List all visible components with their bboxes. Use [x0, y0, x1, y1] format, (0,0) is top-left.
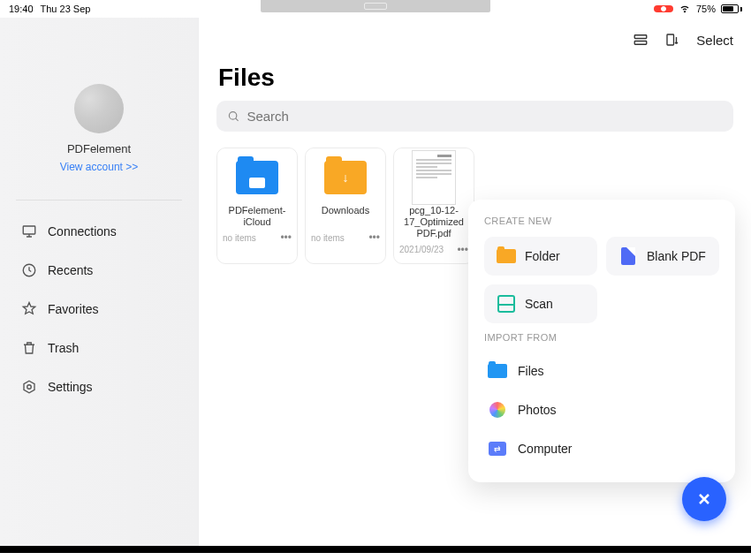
- scan-icon: [497, 295, 516, 313]
- sidebar-item-label: Settings: [48, 380, 93, 394]
- sidebar-item-recents[interactable]: Recents: [16, 254, 182, 287]
- document-icon: [409, 157, 459, 198]
- wifi-icon: [679, 2, 691, 16]
- search-icon: [227, 110, 239, 123]
- letterbox-bottom: [0, 546, 751, 553]
- folder-icon: [497, 247, 516, 265]
- button-label: Folder: [525, 249, 560, 263]
- search-input[interactable]: [247, 109, 723, 124]
- import-computer-button[interactable]: ⇄ Computer: [484, 431, 719, 466]
- sidebar-nav: Connections Recents Favorites Trash: [16, 215, 182, 404]
- folder-icon: ↓: [321, 157, 370, 198]
- status-time: 19:40: [9, 4, 34, 14]
- topbar: Select: [216, 26, 733, 53]
- avatar[interactable]: [74, 84, 124, 133]
- status-date: Thu 23 Sep: [41, 4, 91, 14]
- clock-icon: [21, 262, 37, 278]
- trash-icon: [21, 340, 37, 356]
- sidebar-item-label: Connections: [48, 224, 117, 238]
- sidebar-item-label: Trash: [48, 341, 79, 355]
- more-icon[interactable]: •••: [280, 231, 292, 244]
- more-icon[interactable]: •••: [368, 231, 380, 244]
- item-label: Files: [518, 364, 544, 378]
- file-item-downloads[interactable]: ↓ Downloads no items •••: [305, 148, 386, 264]
- search-bar[interactable]: [216, 101, 733, 132]
- create-new-label: CREATE NEW: [484, 216, 719, 226]
- import-photos-button[interactable]: Photos: [484, 392, 719, 428]
- sidebar-item-connections[interactable]: Connections: [16, 215, 182, 248]
- more-icon[interactable]: •••: [457, 244, 468, 256]
- sidebar: PDFelement View account >> Connections R…: [0, 18, 199, 546]
- create-folder-button[interactable]: Folder: [484, 237, 597, 276]
- sidebar-item-favorites[interactable]: Favorites: [16, 292, 182, 326]
- page-title: Files: [218, 64, 733, 92]
- folder-icon: [488, 362, 507, 380]
- create-scan-button[interactable]: Scan: [484, 284, 597, 323]
- file-name: pcg_10-12-17_Optimized PDF.pdf: [399, 205, 468, 240]
- svg-rect-1: [23, 226, 35, 234]
- file-item-pdfelement-icloud[interactable]: PDFelement-iCloud no items •••: [216, 148, 298, 264]
- battery-icon: [721, 4, 742, 13]
- button-label: Scan: [525, 297, 553, 311]
- profile-section: PDFelement View account >>: [16, 84, 182, 173]
- sidebar-item-label: Recents: [48, 263, 93, 277]
- sort-icon[interactable]: [664, 32, 680, 48]
- select-button[interactable]: Select: [696, 33, 733, 48]
- document-icon: [618, 247, 638, 265]
- computer-icon: ⇄: [488, 440, 507, 458]
- main-content: Select Files PDFelement-iCloud no items …: [199, 18, 751, 546]
- file-name: Downloads: [311, 205, 380, 228]
- svg-point-3: [27, 385, 32, 390]
- star-icon: [21, 301, 37, 317]
- file-meta: no items: [223, 233, 256, 243]
- photos-icon: [488, 401, 507, 419]
- battery-percent: 75%: [696, 4, 716, 14]
- create-blank-pdf-button[interactable]: Blank PDF: [606, 237, 719, 276]
- file-name: PDFelement-iCloud: [223, 205, 292, 228]
- recording-indicator[interactable]: [654, 5, 673, 12]
- create-popup: CREATE NEW Folder Blank PDF Scan IMPORT …: [468, 200, 735, 482]
- divider: [16, 200, 182, 201]
- item-label: Computer: [518, 442, 572, 456]
- button-label: Blank PDF: [647, 249, 706, 263]
- svg-rect-4: [635, 35, 648, 39]
- folder-icon: [232, 157, 282, 198]
- monitor-icon: [21, 223, 37, 239]
- close-icon: [695, 490, 713, 508]
- import-files-button[interactable]: Files: [484, 353, 719, 389]
- import-from-label: IMPORT FROM: [484, 332, 719, 343]
- sidebar-item-trash[interactable]: Trash: [16, 331, 182, 365]
- view-list-icon[interactable]: [633, 32, 649, 48]
- gear-icon: [21, 379, 37, 395]
- app-name: PDFelement: [67, 142, 131, 155]
- file-meta: 2021/09/23: [399, 245, 444, 254]
- multitask-handle[interactable]: [261, 0, 490, 12]
- svg-rect-6: [667, 34, 674, 45]
- close-fab-button[interactable]: [682, 477, 726, 521]
- file-item-pdf[interactable]: pcg_10-12-17_Optimized PDF.pdf 2021/09/2…: [393, 148, 474, 264]
- sidebar-item-label: Favorites: [48, 302, 99, 316]
- file-meta: no items: [311, 233, 345, 243]
- svg-point-0: [684, 11, 685, 12]
- item-label: Photos: [518, 403, 557, 417]
- sidebar-item-settings[interactable]: Settings: [16, 370, 182, 404]
- svg-rect-5: [635, 42, 648, 45]
- svg-point-7: [229, 112, 236, 119]
- view-account-link[interactable]: View account >>: [60, 161, 139, 173]
